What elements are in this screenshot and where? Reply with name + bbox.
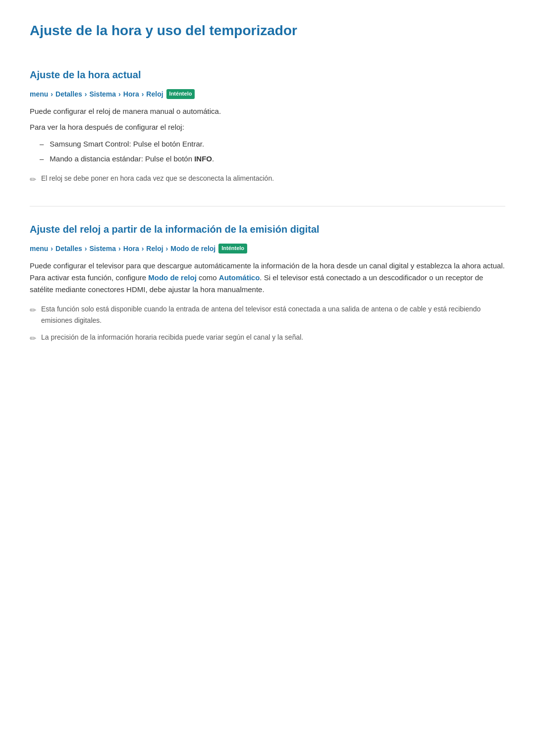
section1-notes: ✏ El reloj se debe poner en hora cada ve…	[30, 173, 505, 186]
section-hora-actual: Ajuste de la hora actual menu › Detalles…	[30, 67, 505, 186]
sep2-1: ›	[51, 243, 53, 254]
section1-list: Samsung Smart Control: Pulse el botón En…	[40, 138, 505, 165]
sep3: ›	[118, 89, 121, 100]
breadcrumb-detalles: Detalles	[55, 89, 82, 100]
section2-title: Ajuste del reloj a partir de la informac…	[30, 221, 505, 237]
breadcrumb2-sistema: Sistema	[89, 243, 116, 254]
automatico-link: Automático	[219, 273, 260, 282]
section2-body-middle: como	[197, 273, 219, 282]
breadcrumb-section1: menu › Detalles › Sistema › Hora › Reloj…	[30, 89, 505, 100]
breadcrumb-sistema: Sistema	[89, 89, 116, 100]
note-text-2: Esta función solo está disponible cuando…	[41, 303, 505, 326]
sep1: ›	[51, 89, 53, 100]
sep4: ›	[142, 89, 144, 100]
intentelo-badge-1[interactable]: Inténtelo	[166, 89, 195, 99]
sep2-2: ›	[85, 243, 87, 254]
page-title: Ajuste de la hora y uso del temporizador	[30, 20, 505, 47]
breadcrumb2-detalles: Detalles	[55, 243, 82, 254]
breadcrumb2-modo-reloj: Modo de reloj	[170, 243, 215, 254]
sep2-3: ›	[118, 243, 121, 254]
list-item-samsung: Samsung Smart Control: Pulse el botón En…	[40, 138, 505, 150]
section1-intro2: Para ver la hora después de configurar e…	[30, 121, 505, 133]
section2-body: Puede configurar el televisor para que d…	[30, 260, 505, 296]
pencil-icon-1: ✏	[30, 173, 36, 186]
modo-reloj-link: Modo de reloj	[148, 273, 197, 282]
section1-title: Ajuste de la hora actual	[30, 67, 505, 83]
breadcrumb-section2: menu › Detalles › Sistema › Hora › Reloj…	[30, 243, 505, 254]
intentelo-badge-2[interactable]: Inténtelo	[218, 244, 247, 253]
note-item-2: ✏ Esta función solo está disponible cuan…	[30, 303, 505, 326]
note-item-1: ✏ El reloj se debe poner en hora cada ve…	[30, 173, 505, 186]
sep2: ›	[85, 89, 87, 100]
breadcrumb-menu: menu	[30, 89, 48, 100]
section-divider	[30, 206, 505, 206]
breadcrumb2-reloj: Reloj	[146, 243, 163, 254]
note-text-1: El reloj se debe poner en hora cada vez …	[41, 173, 274, 184]
sep2-5: ›	[166, 243, 168, 254]
note-item-3: ✏ La precisión de la información horaria…	[30, 332, 505, 345]
section-emision-digital: Ajuste del reloj a partir de la informac…	[30, 221, 505, 345]
section1-intro1: Puede configurar el reloj de manera manu…	[30, 105, 505, 117]
breadcrumb2-hora: Hora	[123, 243, 139, 254]
pencil-icon-3: ✏	[30, 332, 36, 345]
breadcrumb-reloj: Reloj	[146, 89, 163, 100]
breadcrumb2-menu: menu	[30, 243, 48, 254]
section2-notes: ✏ Esta función solo está disponible cuan…	[30, 303, 505, 345]
list-item-mando-text: Mando a distancia estándar: Pulse el bot…	[50, 153, 214, 165]
pencil-icon-2: ✏	[30, 304, 36, 317]
list-item-mando: Mando a distancia estándar: Pulse el bot…	[40, 153, 505, 165]
list-item-samsung-text: Samsung Smart Control: Pulse el botón En…	[50, 138, 204, 150]
breadcrumb-hora: Hora	[123, 89, 139, 100]
note-text-3: La precisión de la información horaria r…	[41, 332, 303, 343]
sep2-4: ›	[142, 243, 144, 254]
